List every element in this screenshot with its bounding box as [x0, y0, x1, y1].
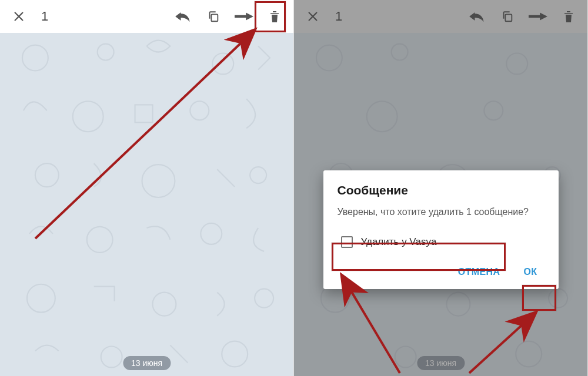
svg-point-15	[255, 289, 273, 308]
svg-point-3	[22, 45, 48, 71]
selection-toolbar: 1	[0, 0, 293, 33]
ok-button[interactable]: ОК	[516, 261, 544, 283]
svg-point-14	[152, 293, 176, 316]
selection-count: 1	[41, 9, 48, 24]
svg-point-11	[87, 227, 113, 253]
dialog-actions: ОТМЕНА ОК	[338, 261, 544, 283]
svg-point-7	[190, 101, 209, 120]
svg-point-8	[35, 163, 59, 187]
chat-background: 13 июня	[0, 33, 293, 376]
svg-point-17	[222, 341, 248, 367]
svg-point-5	[212, 53, 233, 75]
svg-point-6	[73, 101, 103, 132]
svg-point-12	[201, 223, 222, 244]
cancel-button[interactable]: ОТМЕНА	[451, 261, 507, 283]
delete-for-other-label: Удалить у Vasya	[361, 236, 437, 248]
close-button[interactable]	[6, 4, 32, 29]
right-panel: 1 13 июня Сообщение	[294, 0, 588, 376]
copy-button[interactable]	[201, 4, 226, 29]
svg-point-4	[98, 44, 114, 61]
dialog-title: Сообщение	[338, 183, 544, 197]
delete-for-other-row[interactable]: Удалить у Vasya	[338, 231, 544, 253]
delete-confirm-dialog: Сообщение Уверены, что хотите удалить 1 …	[323, 170, 559, 289]
forward-button[interactable]	[231, 4, 257, 29]
svg-point-16	[101, 347, 122, 368]
svg-point-13	[27, 284, 55, 313]
svg-point-10	[250, 167, 266, 183]
delete-button[interactable]	[262, 4, 288, 29]
dialog-body: Уверены, что хотите удалить 1 сообщение?	[338, 206, 544, 219]
svg-point-9	[142, 164, 175, 197]
date-separator: 13 июня	[123, 356, 171, 370]
reply-button[interactable]	[170, 4, 196, 29]
left-panel: 1 13 июня	[0, 0, 294, 376]
delete-for-other-checkbox[interactable]	[341, 236, 353, 248]
svg-rect-2	[211, 14, 218, 21]
